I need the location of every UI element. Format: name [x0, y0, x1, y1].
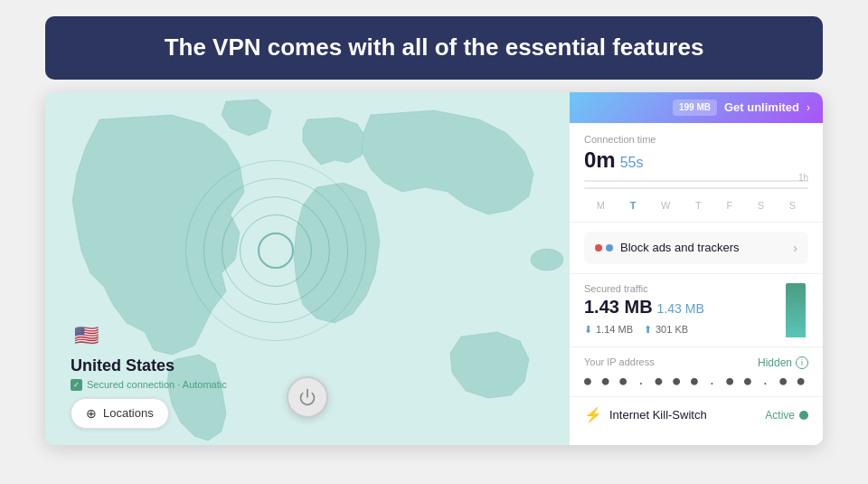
- progress-area: 1h: [584, 180, 808, 189]
- traffic-main-display: 1.43 MB 1.43 MB: [584, 297, 774, 319]
- ip-value: ● ● ● . ● ● ● . ● ● . ● ●: [584, 374, 808, 387]
- ip-status: Hidden i: [758, 356, 808, 369]
- shield-icon: ✓: [71, 379, 82, 391]
- block-ads-icon: [595, 244, 613, 251]
- traffic-download: ⬇ 1.14 MB: [584, 324, 633, 336]
- info-icon: i: [796, 356, 808, 369]
- kill-switch-status: Active: [765, 409, 808, 422]
- traffic-upload: ⬆ 301 KB: [644, 324, 688, 336]
- country-flag: 🇺🇸: [71, 320, 101, 351]
- time-1h-label: 1h: [798, 173, 808, 183]
- kill-switch-section: ⚡ Internet Kill-Switch Active: [570, 397, 823, 433]
- svg-point-1: [531, 249, 563, 270]
- block-ads-label: Block ads and trackers: [620, 241, 740, 254]
- ip-section: Your IP address Hidden i ● ● ● . ● ● ● .…: [570, 347, 823, 397]
- traffic-data: Secured traffic 1.43 MB 1.43 MB ⬇ 1.14 M…: [584, 283, 774, 337]
- time-seconds: 55s: [620, 155, 644, 171]
- connection-time-section: Connection time 0m 55s 1h M T W T F S S: [570, 123, 823, 223]
- header-title: The VPN comes with all of the essential …: [71, 33, 797, 63]
- kill-switch-label: Internet Kill-Switch: [609, 408, 707, 422]
- block-ads-row[interactable]: Block ads and trackers ›: [584, 232, 808, 264]
- traffic-highlight-value: 1.43 MB: [657, 301, 704, 316]
- get-unlimited-text: Get unlimited: [724, 100, 799, 114]
- kill-switch-icon: ⚡: [584, 406, 602, 424]
- block-ads-chevron: ›: [793, 241, 797, 255]
- time-display: 0m 55s: [584, 147, 808, 173]
- get-unlimited-banner[interactable]: 199 MB Get unlimited ›: [570, 92, 823, 123]
- info-panel: 199 MB Get unlimited › Connection time 0…: [570, 92, 823, 445]
- header-banner: The VPN comes with all of the essential …: [45, 16, 823, 80]
- block-ads-section: Block ads and trackers ›: [570, 223, 823, 274]
- day-m: M: [597, 200, 605, 211]
- location-icon: ⊕: [86, 406, 97, 421]
- country-name: United States: [71, 356, 227, 375]
- chevron-right-icon: ›: [807, 101, 810, 114]
- map-panel: 🇺🇸 United States ✓ Secured connection · …: [45, 92, 570, 445]
- day-w: W: [661, 200, 670, 211]
- app-container: 🇺🇸 United States ✓ Secured connection · …: [45, 92, 823, 445]
- traffic-sub-values: ⬇ 1.14 MB ⬆ 301 KB: [584, 324, 774, 336]
- locations-button[interactable]: ⊕ Locations: [71, 398, 169, 429]
- kill-switch-left: ⚡ Internet Kill-Switch: [584, 406, 707, 424]
- upload-icon: ⬆: [644, 324, 652, 336]
- day-t-active: T: [630, 200, 637, 211]
- download-icon: ⬇: [584, 324, 592, 336]
- chart-bar-1: [786, 283, 806, 337]
- connection-time-label: Connection time: [584, 134, 808, 145]
- day-t2: T: [695, 200, 702, 211]
- secured-traffic-section: Secured traffic 1.43 MB 1.43 MB ⬇ 1.14 M…: [570, 274, 823, 347]
- traffic-main-value: 1.43 MB: [584, 297, 653, 318]
- mb-badge: 199 MB: [673, 100, 717, 116]
- day-s2: S: [789, 200, 796, 211]
- day-labels: M T W T F S S: [584, 196, 808, 214]
- power-button[interactable]: [287, 376, 328, 418]
- country-info: 🇺🇸 United States ✓ Secured connection · …: [71, 320, 227, 391]
- active-dot: [799, 411, 808, 420]
- time-minutes: 0m: [584, 147, 616, 173]
- secured-traffic-label: Secured traffic: [584, 283, 774, 294]
- day-s: S: [758, 200, 764, 211]
- block-ads-left: Block ads and trackers: [595, 241, 740, 254]
- secured-connection-badge: ✓ Secured connection · Automatic: [71, 379, 227, 391]
- progress-track: [584, 180, 808, 182]
- progress-track-2: [584, 187, 808, 189]
- traffic-chart: [783, 283, 808, 337]
- ip-row: Your IP address Hidden i: [584, 356, 808, 370]
- day-f: F: [726, 200, 732, 211]
- ip-label: Your IP address: [584, 356, 655, 367]
